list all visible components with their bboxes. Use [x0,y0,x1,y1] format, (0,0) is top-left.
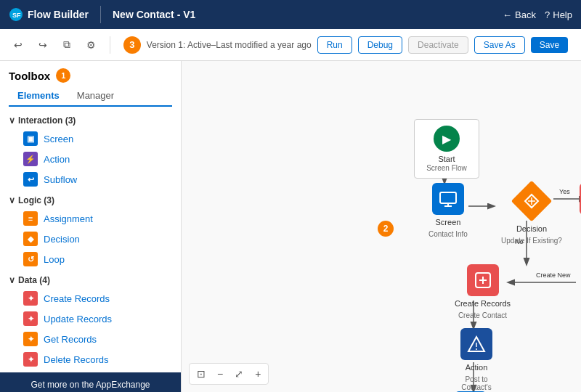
chevron-down-icon: ∨ [9,115,15,126]
sidebar-item-update-records[interactable]: ✦ Update Records [9,309,172,329]
decision-icon: ◆ [23,232,38,246]
save-as-button[interactable]: Save As [474,36,525,54]
canvas-zoom-in-button[interactable]: + [251,367,265,381]
zoom-in-icon: + [255,368,261,380]
action-icon-node [460,328,492,360]
app-title: Flow Builder [28,9,89,20]
toolbox-badge: 1 [56,68,70,83]
redo-icon: ↪ [38,39,47,51]
step-badge-2: 2 [378,221,394,237]
fit-icon: ⊡ [197,368,206,380]
create-records-icon: ✦ [23,291,38,306]
help-icon: ? [545,9,550,20]
top-nav: SF Flow Builder New Contact - V1 ← Back … [0,0,581,29]
sidebar-item-get-records[interactable]: ✦ Get Records [9,329,172,349]
create-records-node[interactable]: Create Records Create Contact [455,264,511,319]
deactivate-button: Deactivate [408,36,468,54]
svg-rect-18 [440,192,456,203]
nav-divider [100,6,101,23]
zoom-out-icon: − [217,368,223,380]
svg-text:Create New: Create New [536,271,571,279]
screen1-node[interactable]: Screen Contact Info [428,183,468,238]
sidebar-title: Toolbox [9,70,50,82]
help-button[interactable]: ? Help [545,9,572,20]
debug-button[interactable]: Debug [358,36,402,54]
section-interaction: ∨ Interaction (3) ▣ Screen ⚡ Action ↩ Su… [0,113,181,192]
version-badge: 3 [123,36,141,54]
copy-button[interactable]: ⧉ [58,35,76,54]
section-data-title[interactable]: ∨ Data (4) [9,275,172,285]
main-layout: Toolbox 1 Elements Manager ∨ Interaction… [0,61,581,392]
sidebar-item-create-records[interactable]: ✦ Create Records [9,288,172,309]
undo-button[interactable]: ↩ [9,36,28,54]
decision1-diamond [511,181,553,222]
screen-icon: ▣ [23,131,38,146]
svg-text:SF: SF [12,12,21,19]
version-text: Version 1: Active–Last modified a year a… [147,40,312,50]
delete-records-icon: ✦ [23,352,38,367]
sidebar-header: Toolbox 1 [0,61,181,86]
canvas-expand-button[interactable]: ⤢ [230,367,248,381]
action-node[interactable]: Action Post to Contact's Feed [455,328,498,392]
back-button[interactable]: ← Back [503,9,536,20]
start-icon: ▶ [434,126,460,152]
create-records-icon-node [467,264,499,296]
start-node[interactable]: ▶ Start Screen Flow [407,119,487,179]
sidebar-item-loop[interactable]: ↺ Loop [9,249,172,269]
decision1-diamond-wrapper [511,181,552,221]
run-button[interactable]: Run [317,36,352,54]
sidebar-item-delete-records[interactable]: ✦ Delete Records [9,349,172,369]
sidebar-item-screen[interactable]: ▣ Screen [9,128,172,149]
action-icon: ⚡ [23,152,38,166]
update-records-icon: ✦ [23,311,38,326]
screen1-icon [432,183,464,215]
settings-button[interactable]: ⚙ [81,36,101,54]
subflow-icon: ↩ [23,172,38,187]
page-title: New Contact - V1 [113,9,491,20]
section-data: ∨ Data (4) ✦ Create Records ✦ Update Rec… [0,272,181,372]
sidebar: Toolbox 1 Elements Manager ∨ Interaction… [0,61,182,392]
undo-icon: ↩ [14,39,23,51]
decision1-node[interactable]: Decision Update If Existing? [501,181,562,245]
loop-icon: ↺ [23,252,38,266]
sidebar-item-assignment[interactable]: ≡ Assignment [9,208,172,229]
back-icon: ← [503,9,512,20]
canvas-fit-button[interactable]: ⊡ [192,367,210,381]
section-logic-title[interactable]: ∨ Logic (3) [9,195,172,205]
chevron-down-icon-3: ∨ [9,275,15,285]
gear-icon: ⚙ [86,39,96,51]
appexchange-footer[interactable]: Get more on the AppExchange [0,372,181,392]
section-interaction-title[interactable]: ∨ Interaction (3) [9,115,172,126]
canvas-zoom-out-button[interactable]: − [213,367,227,381]
start-box: ▶ Start Screen Flow [414,119,479,179]
tab-elements[interactable]: Elements [9,86,68,107]
save-button[interactable]: Save [531,37,568,53]
sidebar-tabs: Elements Manager [9,86,172,107]
section-logic: ∨ Logic (3) ≡ Assignment ◆ Decision ↺ Lo… [0,192,181,272]
redo-button[interactable]: ↪ [33,36,52,54]
nav-actions: ← Back ? Help [503,9,572,20]
toolbar-separator [110,36,110,54]
assignment-icon: ≡ [23,211,38,226]
sidebar-item-subflow[interactable]: ↩ Subflow [9,169,172,189]
chevron-down-icon-2: ∨ [9,195,15,205]
copy-icon: ⧉ [63,38,70,50]
toolbar-center: 3 Version 1: Active–Last modified a year… [119,36,572,54]
canvas-toolbar: ⊡ − ⤢ + [189,363,269,385]
sidebar-item-action[interactable]: ⚡ Action [9,149,172,169]
toolbar: ↩ ↪ ⧉ ⚙ 3 Version 1: Active–Last modifie… [0,29,581,61]
app-logo: SF Flow Builder [9,7,89,22]
svg-point-32 [476,348,477,350]
get-records-icon: ✦ [23,332,38,346]
canvas[interactable]: 2 [182,61,581,392]
expand-icon: ⤢ [235,368,243,380]
tab-manager[interactable]: Manager [68,86,123,105]
sidebar-item-decision[interactable]: ◆ Decision [9,229,172,249]
